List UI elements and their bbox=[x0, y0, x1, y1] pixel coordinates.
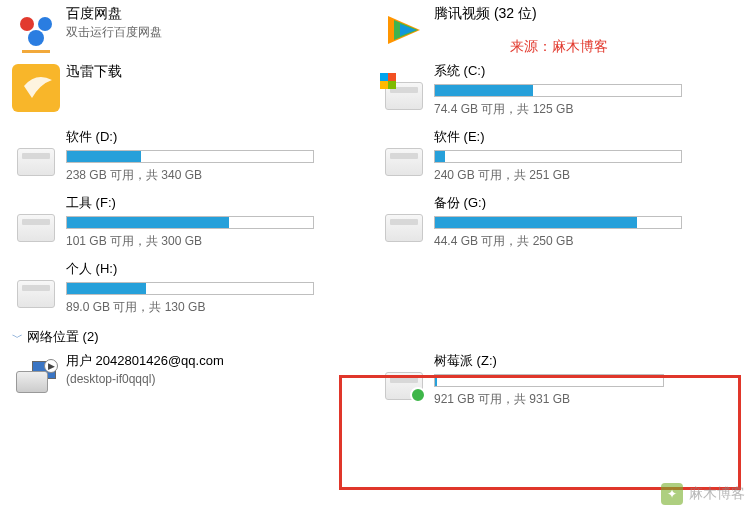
app-xunlei-download[interactable]: 迅雷下载 bbox=[8, 60, 376, 126]
drive-title: 软件 (E:) bbox=[434, 128, 740, 146]
svg-rect-3 bbox=[22, 50, 50, 53]
usage-bar bbox=[434, 150, 682, 163]
drive-title: 软件 (D:) bbox=[66, 128, 372, 146]
hdd-icon bbox=[12, 204, 60, 252]
media-server-icon: ▶ bbox=[12, 354, 60, 402]
hdd-icon bbox=[12, 270, 60, 318]
network-user-line2: (desktop-if0qqql) bbox=[66, 372, 372, 386]
svg-point-0 bbox=[20, 17, 34, 31]
usage-bar bbox=[434, 84, 682, 97]
app-title: 迅雷下载 bbox=[66, 62, 372, 80]
drive-z[interactable]: 树莓派 (Z:) 921 GB 可用，共 931 GB bbox=[376, 350, 744, 416]
drive-usage: 921 GB 可用，共 931 GB bbox=[434, 391, 740, 408]
drive-title: 系统 (C:) bbox=[434, 62, 740, 80]
watermark-text: 麻木博客 bbox=[689, 485, 745, 503]
hdd-windows-icon bbox=[380, 72, 428, 120]
drive-usage: 74.4 GB 可用，共 125 GB bbox=[434, 101, 740, 118]
drive-g[interactable]: 备份 (G:) 44.4 GB 可用，共 250 GB bbox=[376, 192, 744, 258]
drive-usage: 240 GB 可用，共 251 GB bbox=[434, 167, 740, 184]
usage-bar bbox=[66, 216, 314, 229]
wechat-icon: ✦ bbox=[661, 483, 683, 505]
drive-usage: 89.0 GB 可用，共 130 GB bbox=[66, 299, 372, 316]
drive-usage: 101 GB 可用，共 300 GB bbox=[66, 233, 372, 250]
drive-e[interactable]: 软件 (E:) 240 GB 可用，共 251 GB bbox=[376, 126, 744, 192]
svg-point-2 bbox=[28, 30, 44, 46]
drive-title: 树莓派 (Z:) bbox=[434, 352, 740, 370]
usage-bar bbox=[434, 216, 682, 229]
network-user-share[interactable]: ▶ 用户 2042801426@qq.com (desktop-if0qqql) bbox=[8, 350, 376, 416]
network-user-line1: 用户 2042801426@qq.com bbox=[66, 352, 372, 370]
xunlei-icon bbox=[12, 64, 60, 112]
section-network-locations[interactable]: ﹀ 网络位置 (2) bbox=[10, 324, 755, 350]
section-label: 网络位置 (2) bbox=[27, 328, 99, 346]
drive-c[interactable]: 系统 (C:) 74.4 GB 可用，共 125 GB bbox=[376, 60, 744, 126]
chevron-down-icon: ﹀ bbox=[12, 330, 23, 345]
app-subtitle: 双击运行百度网盘 bbox=[66, 24, 372, 41]
drive-d[interactable]: 软件 (D:) 238 GB 可用，共 340 GB bbox=[8, 126, 376, 192]
drive-title: 备份 (G:) bbox=[434, 194, 740, 212]
drive-f[interactable]: 工具 (F:) 101 GB 可用，共 300 GB bbox=[8, 192, 376, 258]
tencent-video-icon bbox=[380, 6, 428, 54]
usage-bar bbox=[66, 282, 314, 295]
drive-title: 工具 (F:) bbox=[66, 194, 372, 212]
svg-point-1 bbox=[38, 17, 52, 31]
usage-bar bbox=[66, 150, 314, 163]
usage-bar bbox=[434, 374, 664, 387]
hdd-icon bbox=[12, 138, 60, 186]
app-title: 腾讯视频 (32 位) bbox=[434, 4, 740, 22]
app-title: 百度网盘 bbox=[66, 4, 372, 22]
source-attribution: 来源：麻木博客 bbox=[510, 38, 608, 56]
baidu-netdisk-icon bbox=[12, 6, 60, 54]
drive-title: 个人 (H:) bbox=[66, 260, 372, 278]
drive-h[interactable]: 个人 (H:) 89.0 GB 可用，共 130 GB bbox=[8, 258, 376, 324]
app-baidu-netdisk[interactable]: 百度网盘 双击运行百度网盘 bbox=[8, 2, 376, 60]
watermark: ✦ 麻木博客 bbox=[661, 483, 745, 505]
network-drive-icon bbox=[380, 362, 428, 410]
hdd-icon bbox=[380, 204, 428, 252]
drive-usage: 238 GB 可用，共 340 GB bbox=[66, 167, 372, 184]
drive-usage: 44.4 GB 可用，共 250 GB bbox=[434, 233, 740, 250]
hdd-icon bbox=[380, 138, 428, 186]
